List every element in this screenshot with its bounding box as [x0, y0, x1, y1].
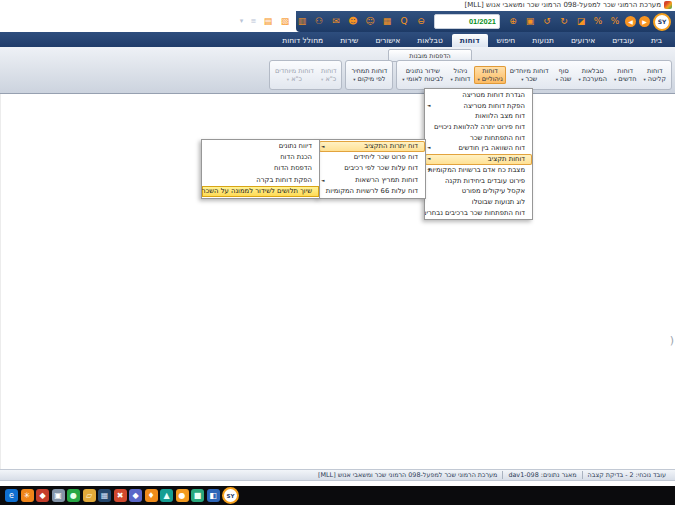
year-end-button[interactable]: סוף שנה ▾	[553, 66, 575, 84]
layers-icon[interactable]: ▣	[523, 14, 537, 29]
sy-logo[interactable]: SY	[653, 13, 671, 31]
taskbar-app12-icon[interactable]: ●	[176, 489, 189, 502]
submenu-arrow-icon: ◄	[427, 101, 430, 112]
window-title: מערכת הרמוני שכר למפעל-098 הרמוני שכר ומ…	[465, 1, 661, 9]
menu-item[interactable]: הפקת דוחות בקרה	[202, 175, 319, 186]
menu-item[interactable]: דוח מצב הלוואות	[425, 111, 532, 122]
status-segment: מערכת הרמוני שכר למפעל-098 הרמוני שכר ומ…	[313, 471, 502, 479]
status-segment: מאגר נתונים: dav1-098	[502, 471, 581, 479]
dropdown-arrow-icon: ▾	[402, 77, 404, 82]
menu-item[interactable]: אקסל עיקולים מפורט	[425, 186, 532, 197]
tab-search[interactable]: חיפוש	[489, 34, 524, 47]
managerial-reports-button[interactable]: דוחות ניהוליים ▾	[474, 66, 505, 84]
menu-item[interactable]: מצבת כח אדם ברשויות המקומיות◄	[425, 165, 532, 176]
taskbar-app5-icon[interactable]: ●	[67, 489, 80, 502]
title-bar: מערכת הרמוני שכר למפעל-098 הרמוני שכר ומ…	[0, 0, 675, 11]
export-icon[interactable]: ▧	[278, 14, 292, 29]
mouse-icon[interactable]: ⚇	[312, 14, 326, 29]
menu-item[interactable]: לוג תנועות שבוטלו	[425, 197, 532, 208]
percent-icon[interactable]: %	[608, 14, 622, 29]
new-reports-button[interactable]: דוחות חדשים ▾	[611, 66, 640, 84]
managerial-reports-menu: הגדרת דוחות מטריצההפקת דוחות מטריצה◄דוח …	[424, 88, 533, 220]
national-insurance-transmit-button[interactable]: שידור נתונים לביטוח לאומי ▾	[399, 66, 446, 84]
taskbar-app8-icon[interactable]: ✖	[114, 489, 127, 502]
taskbar-app11-icon[interactable]: ▲	[160, 489, 173, 502]
refresh-icon[interactable]: ↻	[557, 14, 571, 29]
menu-item[interactable]: דוח פירוט יתרה להלוואת ניכויים	[425, 122, 532, 133]
history-icon[interactable]: ↺	[540, 14, 554, 29]
tab-tables[interactable]: טבלאות	[409, 34, 450, 47]
manage-reports-button[interactable]: ניהול דוחות ▾	[447, 66, 473, 84]
menu-item[interactable]: דוח השוואה בין חודשים◄	[425, 143, 532, 154]
menu-item[interactable]: דוח התפתחות שכר ברכיבים נבחרים	[425, 208, 532, 219]
taskbar-folder-icon[interactable]: ▱	[83, 489, 96, 502]
menu-item[interactable]: דוחות תמריץ הרשאות◄	[319, 175, 425, 186]
system-tables-button[interactable]: טבלאות המערכת ▾	[575, 66, 609, 84]
mail-icon[interactable]: ✉	[329, 14, 343, 29]
tab-reports[interactable]: דוחות	[452, 34, 488, 47]
menu-item[interactable]: דוח התפתחות שכר	[425, 133, 532, 144]
menu-item[interactable]: פירוט עובדים ביחידות תקנה	[425, 176, 532, 187]
taskbar-app2-icon[interactable]: ✳	[21, 489, 34, 502]
collapse-handle-icon[interactable]: (	[670, 334, 674, 347]
tab-report-generator[interactable]: מחולל דוחות	[274, 34, 331, 47]
taskbar-app4-icon[interactable]: ▣	[52, 489, 65, 502]
tab-employees[interactable]: עובדים	[604, 34, 642, 47]
dropdown-arrow-icon: ▾	[521, 77, 523, 82]
remove-icon[interactable]: ⊖	[414, 14, 428, 29]
taskbar-app7-icon[interactable]: ▦	[98, 489, 111, 502]
user-report-icon[interactable]: ☻	[346, 14, 360, 29]
printer-icon[interactable]: ▤	[261, 14, 275, 29]
tab-transactions[interactable]: תנועות	[524, 34, 562, 47]
menu-item[interactable]: דיווח נתונים	[202, 141, 319, 152]
menu-item[interactable]: שיוך תלושים לשידור לממונה על השכר	[202, 186, 319, 197]
menu-item[interactable]: הדפסת הדוח	[202, 163, 319, 174]
prev-icon[interactable]: ◀	[625, 16, 636, 27]
tab-service[interactable]: שירות	[332, 34, 366, 47]
dropdown-arrow-icon: ▾	[578, 77, 580, 82]
next-icon[interactable]: ▶	[639, 16, 650, 27]
menu-tab-bar: ביתעובדיםאירועיםתנועותחיפושדוחותטבלאותאי…	[0, 32, 675, 47]
special-salary-reports-button[interactable]: דוחות מיוחדים שכר ▾	[507, 66, 552, 84]
tab-home[interactable]: בית	[643, 34, 670, 47]
search-icon[interactable]: Q	[397, 14, 411, 29]
taskbar-app9-icon[interactable]: ◆	[129, 489, 142, 502]
dropdown-arrow-icon: ▾	[287, 77, 289, 82]
period-date-input[interactable]	[434, 14, 500, 29]
taskbar-sy-icon[interactable]: SY	[222, 487, 239, 504]
taskbar-app10-icon[interactable]: ♦	[145, 489, 158, 502]
toolbar-overflow-icon[interactable]: ▾	[237, 14, 246, 29]
toolbar-left-icons: ⊖Q▦☺☻✉⚇▥▧▤≡▾	[237, 14, 428, 29]
dropdown-arrow-icon: ▾	[477, 77, 479, 82]
special-hr-reports-button[interactable]: דוחות מיוחדים כ"א ▾	[272, 66, 317, 84]
taskbar-browser-icon[interactable]: e	[5, 489, 18, 502]
menu-item[interactable]: הכנת הדוח	[202, 152, 319, 163]
add-icon[interactable]: ⊕	[506, 14, 520, 29]
tab-events[interactable]: אירועים	[563, 34, 603, 47]
hr-reports-button[interactable]: דוחות כ"א ▾	[318, 66, 340, 84]
taskbar-icons: e✳◆▣●▱▦✖◆♦▲●■◧	[5, 489, 220, 502]
costing-by-location-button[interactable]: דוחות תמחיר לפי מיקום ▾	[348, 66, 390, 84]
taskbar-app14-icon[interactable]: ◧	[207, 489, 220, 502]
print-preview-icon[interactable]: ▥	[295, 14, 309, 29]
taskbar-app13-icon[interactable]: ■	[191, 489, 204, 502]
users-icon[interactable]: ☺	[363, 14, 377, 29]
menu-item[interactable]: הפקת דוחות מטריצה◄	[425, 101, 532, 112]
menu-item[interactable]: דוח עלות שכר לפי רכיבים	[319, 163, 425, 174]
dropdown-arrow-icon: ▾	[643, 77, 645, 82]
taskbar-app3-icon[interactable]: ◆	[36, 489, 49, 502]
organization-icon[interactable]: ▦	[380, 14, 394, 29]
menu-item[interactable]: דוח עלות 66 לרשויות המקומיות	[319, 186, 425, 197]
tab-approvals[interactable]: אישורים	[367, 34, 408, 47]
menu-lines-icon[interactable]: ≡	[249, 14, 258, 29]
percent-alt-icon[interactable]: %	[591, 14, 605, 29]
menu-item[interactable]: דוחות תקציב◄	[425, 154, 532, 165]
dropdown-arrow-icon: ▾	[321, 77, 323, 82]
intake-reports-button[interactable]: דוחות קליטה ▾	[640, 66, 669, 84]
menu-item[interactable]: הגדרת דוחות מטריצה	[425, 90, 532, 101]
menu-item[interactable]: דוח יתרות התקציב◄	[319, 141, 425, 152]
chart-icon[interactable]: ◪	[574, 14, 588, 29]
budget-reports-submenu: דוח יתרות התקציב◄דוח פרוט שכר ליחידיםדוח…	[318, 139, 426, 199]
menu-item[interactable]: דוח פרוט שכר ליחידים	[319, 152, 425, 163]
dropdown-arrow-icon: ▾	[556, 77, 558, 82]
